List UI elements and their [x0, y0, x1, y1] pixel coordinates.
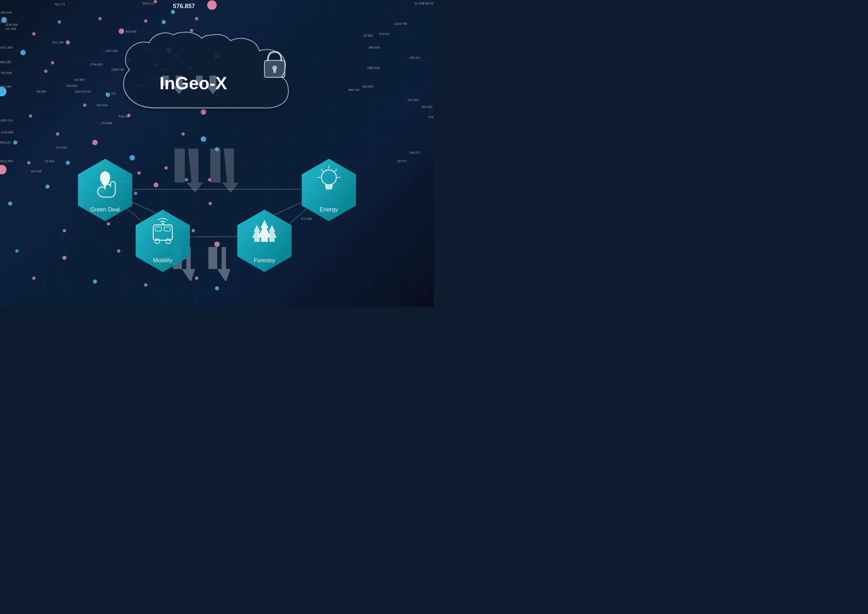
svg-marker-108 — [207, 149, 220, 193]
svg-marker-84 — [217, 247, 231, 281]
mobility-label: Mobility — [153, 257, 173, 264]
green-deal-hex: Green Deal — [78, 159, 132, 221]
svg-rect-88 — [326, 185, 332, 187]
svg-marker-107 — [186, 149, 203, 193]
main-content: InGeo-X — [0, 0, 434, 307]
svg-point-101 — [162, 222, 164, 224]
brand-title: InGeo-X — [160, 73, 227, 93]
forestry-label: Forestry — [254, 257, 275, 264]
svg-marker-109 — [222, 149, 239, 193]
forestry-hex: Forestry — [237, 210, 291, 272]
svg-rect-80 — [273, 69, 276, 73]
svg-rect-89 — [326, 187, 332, 189]
diagram-svg: InGeo-X — [48, 26, 386, 281]
svg-marker-106 — [171, 149, 185, 193]
arrows-group — [171, 149, 239, 193]
energy-label: Energy — [320, 206, 338, 213]
green-deal-label: Green Deal — [90, 206, 120, 213]
svg-marker-83 — [204, 247, 217, 281]
cloud-group: InGeo-X — [123, 32, 288, 108]
energy-hex: Energy — [302, 159, 356, 221]
